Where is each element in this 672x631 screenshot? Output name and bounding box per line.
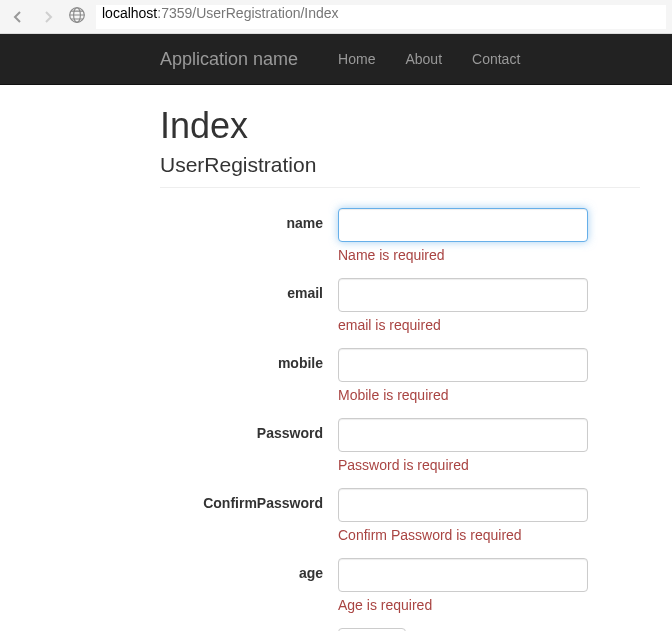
- back-icon[interactable]: [6, 5, 30, 29]
- confirm-password-error: Confirm Password is required: [338, 527, 588, 543]
- navbar: Application name Home About Contact: [0, 34, 672, 85]
- name-error: Name is required: [338, 247, 588, 263]
- email-error: email is required: [338, 317, 588, 333]
- password-error: Password is required: [338, 457, 588, 473]
- email-label: email: [160, 278, 338, 333]
- browser-toolbar: localhost:7359/UserRegistration/Index: [0, 0, 672, 34]
- globe-icon: [66, 6, 86, 27]
- mobile-label: mobile: [160, 348, 338, 403]
- nav-link-contact[interactable]: Contact: [457, 36, 535, 82]
- email-input[interactable]: [338, 278, 588, 312]
- name-input[interactable]: [338, 208, 588, 242]
- age-input[interactable]: [338, 558, 588, 592]
- url-host: localhost: [102, 5, 157, 21]
- age-error: Age is required: [338, 597, 588, 613]
- form-group-password: Password Password is required: [160, 418, 640, 473]
- confirm-password-label: ConfirmPassword: [160, 488, 338, 543]
- navbar-brand[interactable]: Application name: [160, 49, 298, 70]
- form-group-name: name Name is required: [160, 208, 640, 263]
- url-bar[interactable]: localhost:7359/UserRegistration/Index: [96, 5, 666, 29]
- form-group-confirm-password: ConfirmPassword Confirm Password is requ…: [160, 488, 640, 543]
- form-group-age: age Age is required: [160, 558, 640, 613]
- nav-link-about[interactable]: About: [390, 36, 457, 82]
- form-group-email: email email is required: [160, 278, 640, 333]
- mobile-error: Mobile is required: [338, 387, 588, 403]
- password-input[interactable]: [338, 418, 588, 452]
- mobile-input[interactable]: [338, 348, 588, 382]
- forward-icon: [36, 5, 60, 29]
- confirm-password-input[interactable]: [338, 488, 588, 522]
- password-label: Password: [160, 418, 338, 473]
- name-label: name: [160, 208, 338, 263]
- age-label: age: [160, 558, 338, 613]
- url-rest: :7359/UserRegistration/Index: [157, 5, 338, 21]
- main-content: Index UserRegistration name Name is requ…: [0, 85, 640, 631]
- form-group-mobile: mobile Mobile is required: [160, 348, 640, 403]
- nav-link-home[interactable]: Home: [323, 36, 390, 82]
- divider: [160, 187, 640, 188]
- page-title: Index: [160, 105, 640, 147]
- page-subtitle: UserRegistration: [160, 153, 640, 177]
